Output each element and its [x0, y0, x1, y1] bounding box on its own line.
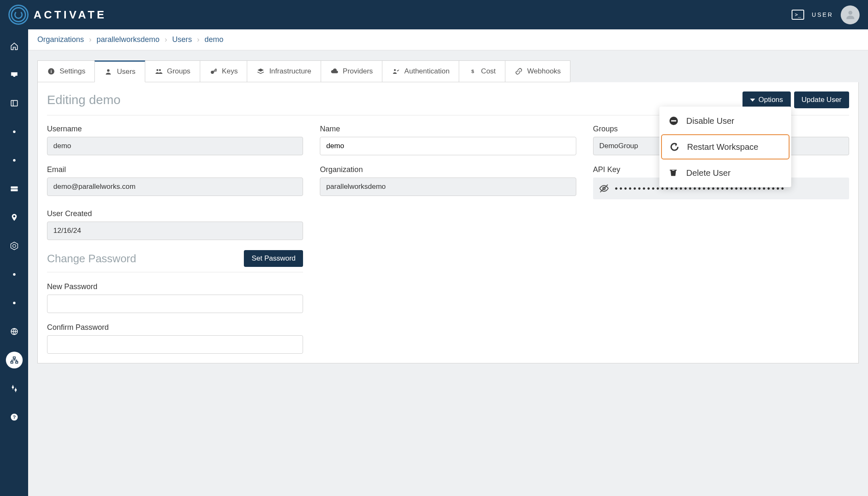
svg-rect-1	[11, 100, 17, 106]
tab-providers[interactable]: Providers	[321, 60, 383, 82]
sidebar-kubernetes-icon[interactable]	[6, 238, 23, 254]
sidebar-globe-icon[interactable]	[6, 323, 23, 340]
sidebar-dot-2[interactable]	[6, 152, 23, 169]
tab-infrastructure[interactable]: Infrastructure	[247, 60, 321, 82]
sidebar-org-icon[interactable]	[6, 352, 23, 368]
chevron-down-icon	[750, 99, 755, 102]
tab-label: Settings	[60, 67, 85, 76]
set-password-label: Set Password	[251, 254, 295, 263]
organization-field	[320, 178, 576, 196]
chevron-right-icon: ›	[162, 35, 170, 44]
user-created-label: User Created	[47, 209, 303, 218]
header-right: >_ USER	[792, 5, 860, 24]
tab-label: Cost	[481, 67, 496, 76]
info-icon: i	[47, 67, 55, 76]
link-icon	[515, 67, 523, 76]
sidebar-home-icon[interactable]	[6, 38, 23, 55]
options-button[interactable]: Options	[743, 91, 791, 108]
chevron-right-icon: ›	[194, 35, 202, 44]
dollar-icon: $	[468, 67, 477, 76]
avatar[interactable]	[841, 5, 860, 24]
crumb-users[interactable]: Users	[172, 35, 192, 44]
sidebar-dot-3[interactable]	[6, 266, 23, 283]
svg-point-12	[14, 389, 16, 391]
svg-rect-8	[13, 357, 15, 359]
cloud-icon	[330, 67, 339, 76]
trash-icon	[669, 168, 679, 178]
svg-text:?: ?	[13, 414, 16, 420]
edit-user-panel: Editing demo Options Update User	[37, 82, 859, 363]
tab-users[interactable]: Users	[94, 60, 145, 82]
sidebar-settings-icon[interactable]	[6, 380, 23, 397]
update-user-label: Update User	[802, 96, 842, 104]
set-password-button[interactable]: Set Password	[244, 250, 303, 267]
sidebar-server-icon[interactable]	[6, 180, 23, 197]
user-icon	[104, 68, 112, 76]
username-field	[47, 137, 303, 155]
key-icon	[209, 67, 218, 76]
sidebar-location-icon[interactable]	[6, 209, 23, 226]
brand-name: ACTIVATE	[34, 8, 107, 21]
terminal-icon[interactable]: >_	[792, 10, 804, 20]
sidebar-help-icon[interactable]: ?	[6, 409, 23, 426]
crumb-current[interactable]: demo	[204, 35, 223, 44]
tab-authentication[interactable]: Authentication	[382, 60, 459, 82]
tab-label: Infrastructure	[269, 67, 311, 76]
auth-icon	[392, 67, 400, 76]
restart-workspace-label: Restart Workspace	[687, 142, 758, 152]
tab-settings[interactable]: i Settings	[37, 60, 95, 82]
options-button-label: Options	[758, 96, 783, 104]
svg-point-17	[107, 69, 110, 72]
logo-area: ACTIVATE	[8, 5, 107, 25]
disable-user-label: Disable User	[686, 116, 734, 126]
new-password-label: New Password	[47, 282, 303, 291]
page-title: Editing demo	[47, 93, 120, 107]
new-password-field[interactable]	[47, 295, 303, 313]
svg-point-11	[12, 386, 14, 388]
sidebar-dot-1[interactable]	[6, 123, 23, 140]
svg-point-21	[394, 69, 396, 71]
sidebar-inbox-icon[interactable]	[6, 66, 23, 83]
tab-keys[interactable]: Keys	[200, 60, 248, 82]
confirm-password-label: Confirm Password	[47, 323, 303, 332]
svg-rect-24	[671, 120, 676, 122]
user-label: USER	[812, 11, 833, 18]
layers-icon	[256, 67, 265, 76]
delete-user-item[interactable]: Delete User	[659, 160, 791, 185]
organization-label: Organization	[320, 165, 576, 174]
tab-cost[interactable]: $ Cost	[459, 60, 505, 82]
name-label: Name	[320, 125, 576, 133]
sidebar-dot-4[interactable]	[6, 295, 23, 311]
svg-point-18	[157, 69, 159, 71]
options-dropdown: Disable User Restart Workspace Delete Us…	[659, 107, 791, 187]
svg-text:i: i	[51, 69, 52, 74]
crumb-org-name[interactable]: parallelworksdemo	[97, 35, 159, 44]
change-password-title: Change Password	[47, 252, 136, 266]
tab-groups[interactable]: Groups	[145, 60, 200, 82]
disable-user-item[interactable]: Disable User	[659, 108, 791, 133]
svg-text:$: $	[471, 68, 474, 74]
name-field[interactable]	[320, 137, 576, 155]
tab-label: Providers	[343, 67, 373, 76]
sidebar-panel-icon[interactable]	[6, 95, 23, 112]
eye-off-icon[interactable]	[599, 183, 609, 193]
confirm-password-field[interactable]	[47, 335, 303, 354]
update-user-button[interactable]: Update User	[794, 91, 849, 108]
svg-rect-3	[10, 186, 18, 188]
restart-workspace-item[interactable]: Restart Workspace	[661, 134, 790, 159]
breadcrumb: Organizations › parallelworksdemo › User…	[28, 29, 868, 50]
app-header: ACTIVATE >_ USER	[0, 0, 868, 29]
tab-label: Authentication	[404, 67, 450, 76]
tab-webhooks[interactable]: Webhooks	[505, 60, 570, 82]
tab-label: Keys	[222, 67, 238, 76]
delete-user-label: Delete User	[686, 168, 731, 178]
main-content: Organizations › parallelworksdemo › User…	[28, 29, 868, 496]
username-label: Username	[47, 125, 303, 133]
tab-label: Webhooks	[527, 67, 561, 76]
disable-icon	[669, 116, 679, 126]
svg-point-0	[848, 11, 852, 15]
email-field	[47, 178, 303, 196]
crumb-organizations[interactable]: Organizations	[37, 35, 84, 44]
svg-rect-4	[10, 189, 18, 191]
group-icon	[154, 67, 163, 76]
